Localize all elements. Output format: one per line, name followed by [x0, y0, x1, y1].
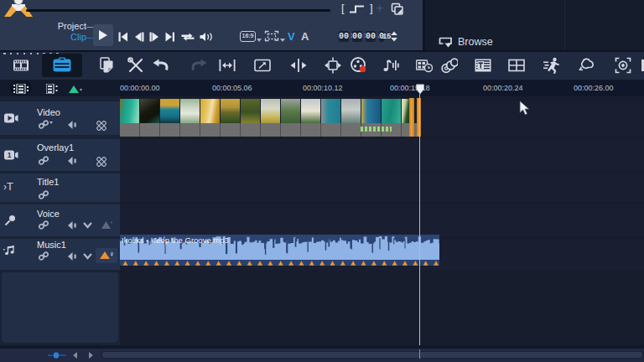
svg-text:1: 1 [8, 151, 12, 159]
